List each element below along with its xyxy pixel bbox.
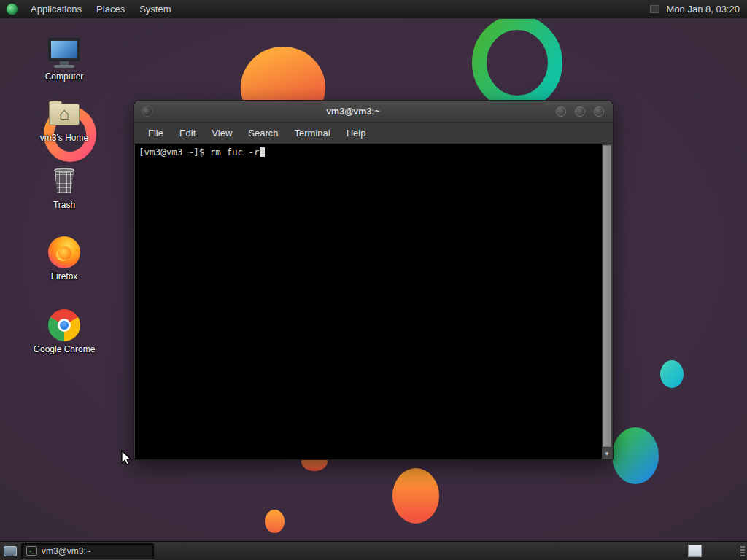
menu-help[interactable]: Help [338, 122, 374, 143]
window-title: vm3@vm3:~ [159, 106, 547, 117]
terminal-app-icon [142, 106, 152, 117]
mouse-cursor [118, 450, 134, 467]
wallpaper-ring-green [471, 19, 567, 112]
menu-system[interactable]: System [132, 0, 178, 18]
computer-icon [47, 36, 82, 69]
window-list-icon[interactable] [4, 546, 17, 556]
workspace-switcher[interactable] [688, 545, 702, 557]
terminal-output: [vm3@vm3 ~]$ rm fuc -r [139, 147, 599, 158]
terminal-scrollbar[interactable]: ▾ [602, 144, 612, 459]
wallpaper-blob-orange-bottom [392, 468, 439, 524]
taskbar-item-terminal[interactable]: >_ vm3@vm3:~ [21, 543, 154, 559]
menu-view[interactable]: View [204, 122, 240, 143]
terminal-menubar: File Edit View Search Terminal Help [134, 122, 613, 144]
desktop-screen: Computer ⌂ vm3's Home Trash Firefox Goog… [0, 0, 747, 560]
icon-label-home: vm3's Home [29, 133, 99, 143]
panel-drag-handle[interactable] [740, 546, 745, 556]
scrollbar-thumb[interactable] [603, 145, 611, 447]
home-folder-icon: ⌂ [47, 98, 82, 130]
menu-applications[interactable]: Applications [23, 0, 89, 18]
terminal-cursor [260, 147, 265, 157]
trash-icon [47, 165, 82, 197]
icon-label-trash: Trash [29, 200, 99, 210]
top-panel: Applications Places System Mon Jan 8, 03… [0, 0, 747, 18]
desktop-icon-firefox[interactable]: Firefox [29, 236, 99, 281]
menu-file[interactable]: File [140, 122, 171, 143]
wallpaper-blob-orange-tiny [265, 510, 285, 533]
icon-label-computer: Computer [29, 71, 99, 82]
desktop-icon-computer[interactable]: Computer [29, 36, 99, 82]
terminal-prompt-line: [vm3@vm3 ~]$ rm fuc -r [139, 147, 260, 158]
desktop-icon-trash[interactable]: Trash [29, 165, 99, 210]
taskbar-item-label: vm3@vm3:~ [42, 546, 91, 556]
desktop-icon-chrome[interactable]: Google Chrome [29, 309, 99, 354]
clock[interactable]: Mon Jan 8, 03:20 [667, 4, 740, 15]
firefox-icon [47, 236, 82, 268]
terminal-titlebar[interactable]: vm3@vm3:~ [134, 101, 613, 122]
bottom-panel: >_ vm3@vm3:~ [0, 541, 747, 560]
maximize-button[interactable] [575, 106, 585, 117]
house-glyph-icon: ⌂ [47, 103, 82, 125]
wallpaper-blob-teal [660, 360, 684, 388]
terminal-window: vm3@vm3:~ File Edit View Search Terminal… [133, 100, 614, 460]
distro-logo-icon[interactable] [6, 3, 18, 15]
chrome-icon [47, 309, 82, 341]
wallpaper-blob-bluegreen [612, 427, 659, 484]
icon-label-chrome: Google Chrome [29, 344, 99, 354]
minimize-button[interactable] [556, 106, 566, 117]
menu-terminal[interactable]: Terminal [287, 122, 338, 143]
menu-search[interactable]: Search [240, 122, 286, 143]
desktop-icon-home[interactable]: ⌂ vm3's Home [29, 98, 99, 143]
panel-status-icon[interactable] [650, 5, 659, 13]
scroll-down-icon[interactable]: ▾ [602, 448, 612, 459]
menu-places[interactable]: Places [89, 0, 132, 18]
icon-label-firefox: Firefox [29, 271, 99, 281]
terminal-mini-icon: >_ [26, 546, 37, 556]
close-button[interactable] [594, 106, 604, 117]
menu-edit[interactable]: Edit [171, 122, 204, 143]
terminal-screen[interactable]: [vm3@vm3 ~]$ rm fuc -r ▾ [135, 144, 612, 459]
